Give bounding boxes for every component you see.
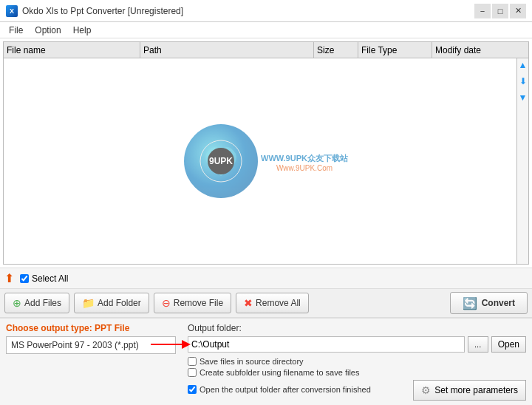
window-title: Okdo Xls to Ppt Converter [Unregistered]	[22, 6, 183, 16]
convert-label: Convert	[482, 298, 515, 308]
create-subfolder-checkbox[interactable]	[188, 368, 197, 377]
file-table-body: 9UPK WWW.9UPK众友下载站 Www.9UPK.Com ▲ ⬇ ▼	[4, 58, 528, 264]
create-subfolder-label: Create subfolder using filename to save …	[200, 368, 359, 377]
select-all-label: Select All	[32, 273, 68, 284]
app-icon: X	[6, 5, 18, 17]
open-output-checkbox[interactable]	[188, 385, 197, 394]
watermark-text2: Www.9UPK.Com	[261, 164, 348, 172]
title-bar-left: X Okdo Xls to Ppt Converter [Unregistere…	[6, 5, 183, 17]
checkbox-row-1: Save files in source directory	[188, 357, 526, 366]
browse-button[interactable]: ...	[468, 336, 488, 353]
col-header-filename: File name	[4, 42, 140, 58]
set-params-button[interactable]: ⚙ Set more parameters	[413, 380, 526, 401]
remove-all-label: Remove All	[256, 298, 301, 308]
menu-file[interactable]: File	[3, 24, 29, 37]
file-table-header: File name Path Size File Type Modify dat…	[4, 42, 528, 58]
gear-icon: ⚙	[421, 384, 431, 396]
output-folder-input[interactable]	[188, 336, 465, 353]
save-source-checkbox[interactable]	[188, 357, 197, 366]
add-files-label: Add Files	[24, 298, 61, 308]
scroll-down-icon[interactable]: ▼	[519, 92, 528, 103]
col-header-path: Path	[140, 42, 314, 58]
remove-all-icon: ✖	[244, 297, 253, 309]
menu-bar: File Option Help	[0, 22, 532, 38]
menu-option[interactable]: Option	[29, 24, 66, 37]
upload-icon: ⬆	[4, 271, 14, 285]
scroll-download-icon[interactable]: ⬇	[519, 76, 527, 86]
output-format-item: MS PowerPoint 97 - 2003 (*.ppt)	[11, 340, 139, 350]
output-type-label: Choose output type: PPT File	[6, 323, 176, 333]
remove-all-button[interactable]: ✖ Remove All	[236, 293, 309, 313]
bottom-row: Open the output folder after conversion …	[188, 380, 526, 401]
watermark: 9UPK WWW.9UPK众友下载站 Www.9UPK.Com	[184, 124, 348, 198]
watermark-text1: WWW.9UPK众友下载站	[261, 153, 348, 164]
maximize-button[interactable]: □	[492, 4, 508, 18]
select-all-area: Select All	[20, 273, 68, 284]
watermark-circle: 9UPK	[184, 124, 258, 198]
output-right: Output folder: ... Open Save	[188, 323, 526, 401]
menu-help[interactable]: Help	[67, 24, 98, 37]
save-source-label: Save files in source directory	[200, 357, 304, 366]
svg-point-0	[200, 140, 242, 182]
convert-button[interactable]: 🔄 Convert	[450, 292, 528, 314]
open-button[interactable]: Open	[491, 336, 526, 353]
output-type-value: PPT File	[95, 323, 129, 333]
output-type-list[interactable]: MS PowerPoint 97 - 2003 (*.ppt)	[6, 336, 176, 354]
action-buttons-row: ⊕ Add Files 📁 Add Folder ⊖ Remove File ✖…	[0, 288, 532, 317]
remove-file-icon: ⊖	[162, 297, 171, 309]
col-header-filetype: File Type	[358, 42, 432, 58]
choose-output-label: Choose output type:	[6, 323, 92, 333]
col-header-size: Size	[314, 42, 358, 58]
main-content: File name Path Size File Type Modify dat…	[0, 38, 532, 405]
output-section: Choose output type: PPT File MS PowerPoi…	[0, 317, 532, 405]
window-controls: − □ ✕	[474, 4, 526, 18]
select-all-checkbox[interactable]	[20, 274, 29, 283]
add-folder-label: Add Folder	[98, 298, 141, 308]
scrollbar-area[interactable]: ▲ ⬇ ▼	[516, 58, 528, 264]
title-bar: X Okdo Xls to Ppt Converter [Unregistere…	[0, 0, 532, 22]
file-table-container: File name Path Size File Type Modify dat…	[3, 41, 529, 265]
output-folder-row: ... Open	[188, 336, 526, 353]
col-header-modifydate: Modify date	[432, 42, 528, 58]
set-params-label: Set more parameters	[434, 385, 518, 395]
output-folder-label: Output folder:	[188, 323, 526, 333]
remove-file-button[interactable]: ⊖ Remove File	[154, 293, 231, 313]
checkbox-row-3: Open the output folder after conversion …	[188, 385, 371, 394]
open-output-label: Open the output folder after conversion …	[200, 385, 371, 394]
select-all-bar: ⬆ Select All	[0, 268, 532, 288]
add-folder-button[interactable]: 📁 Add Folder	[74, 293, 149, 313]
close-button[interactable]: ✕	[510, 4, 526, 18]
remove-file-label: Remove File	[174, 298, 223, 308]
output-left: Choose output type: PPT File MS PowerPoi…	[6, 323, 176, 401]
add-files-button[interactable]: ⊕ Add Files	[4, 293, 69, 313]
add-files-icon: ⊕	[13, 297, 21, 309]
scroll-up-icon[interactable]: ▲	[519, 60, 528, 70]
add-folder-icon: 📁	[82, 297, 95, 309]
svg-point-1	[208, 148, 234, 174]
checkbox-row-2: Create subfolder using filename to save …	[188, 368, 526, 377]
convert-icon: 🔄	[463, 296, 477, 310]
minimize-button[interactable]: −	[474, 4, 491, 18]
svg-text:9UPK: 9UPK	[209, 156, 233, 166]
